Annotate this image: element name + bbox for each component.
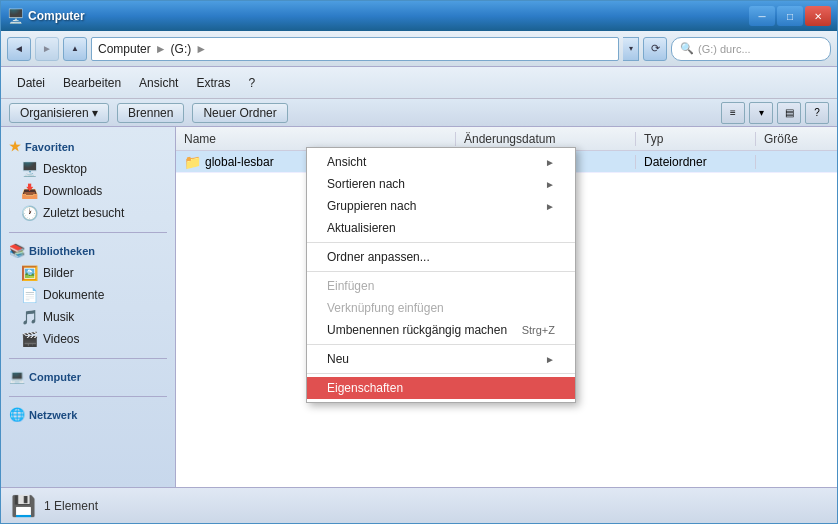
search-icon: 🔍 — [680, 42, 694, 55]
explorer-window: 🖥️ Computer ─ □ ✕ ◄ ► ▲ Computer ► (G:) … — [0, 0, 838, 524]
network-section: 🌐 Netzwerk — [1, 403, 175, 426]
refresh-button[interactable]: ⟳ — [643, 37, 667, 61]
sidebar-item-downloads[interactable]: 📥 Downloads — [1, 180, 175, 202]
ctx-gruppieren[interactable]: Gruppieren nach ► — [307, 195, 575, 217]
sidebar-item-desktop[interactable]: 🖥️ Desktop — [1, 158, 175, 180]
sidebar-item-images[interactable]: 🖼️ Bilder — [1, 262, 175, 284]
minimize-button[interactable]: ─ — [749, 6, 775, 26]
submenu-arrow: ► — [545, 179, 555, 190]
sidebar-divider-2 — [9, 358, 167, 359]
ctx-separator-3 — [307, 344, 575, 345]
ctx-ordner-anpassen[interactable]: Ordner anpassen... — [307, 246, 575, 268]
recent-icon: 🕐 — [21, 205, 38, 221]
path-computer: Computer — [98, 42, 151, 56]
ctx-verknuepfung: Verknüpfung einfügen — [307, 297, 575, 319]
sidebar: ★ Favoriten 🖥️ Desktop 📥 Downloads 🕐 Zul… — [1, 127, 176, 487]
favorites-title[interactable]: ★ Favoriten — [1, 135, 175, 158]
ctx-aktualisieren[interactable]: Aktualisieren — [307, 217, 575, 239]
submenu-arrow: ► — [545, 201, 555, 212]
library-icon: 📚 — [9, 243, 25, 258]
ctx-ansicht[interactable]: Ansicht ► — [307, 151, 575, 173]
videos-icon: 🎬 — [21, 331, 38, 347]
view-dropdown-button[interactable]: ▾ — [749, 102, 773, 124]
burn-button[interactable]: Brennen — [117, 103, 184, 123]
music-icon: 🎵 — [21, 309, 38, 325]
file-type: Dateiordner — [636, 155, 756, 169]
col-header-size[interactable]: Größe — [756, 132, 836, 146]
details-view-button[interactable]: ▤ — [777, 102, 801, 124]
menu-help[interactable]: ? — [240, 73, 263, 93]
ctx-separator-1 — [307, 242, 575, 243]
titlebar: 🖥️ Computer ─ □ ✕ — [1, 1, 837, 31]
star-icon: ★ — [9, 139, 21, 154]
computer-title[interactable]: 💻 Computer — [1, 365, 175, 388]
search-placeholder: (G:) durc... — [698, 43, 751, 55]
menu-extras[interactable]: Extras — [188, 73, 238, 93]
sidebar-item-music[interactable]: 🎵 Musik — [1, 306, 175, 328]
sidebar-divider-3 — [9, 396, 167, 397]
ctx-einfuegen: Einfügen — [307, 275, 575, 297]
network-icon: 🌐 — [9, 407, 25, 422]
computer-section: 💻 Computer — [1, 365, 175, 388]
libraries-section: 📚 Bibliotheken 🖼️ Bilder 📄 Dokumente 🎵 M… — [1, 239, 175, 350]
titlebar-left: 🖥️ Computer — [7, 8, 85, 24]
window-title: Computer — [28, 9, 85, 23]
status-text: 1 Element — [44, 499, 98, 513]
address-bar: ◄ ► ▲ Computer ► (G:) ► ▾ ⟳ 🔍 (G:) durc.… — [1, 31, 837, 67]
submenu-arrow: ► — [545, 157, 555, 168]
ctx-eigenschaften[interactable]: Eigenschaften — [307, 377, 575, 399]
menu-datei[interactable]: Datei — [9, 73, 53, 93]
menu-bearbeiten[interactable]: Bearbeiten — [55, 73, 129, 93]
new-folder-button[interactable]: Neuer Ordner — [192, 103, 287, 123]
ctx-sortieren[interactable]: Sortieren nach ► — [307, 173, 575, 195]
file-list[interactable]: Name Änderungsdatum Typ Größe 📁 global-l… — [176, 127, 837, 487]
forward-button[interactable]: ► — [35, 37, 59, 61]
sidebar-item-documents[interactable]: 📄 Dokumente — [1, 284, 175, 306]
back-button[interactable]: ◄ — [7, 37, 31, 61]
ctx-neu[interactable]: Neu ► — [307, 348, 575, 370]
maximize-button[interactable]: □ — [777, 6, 803, 26]
ctx-umbenennen[interactable]: Umbenennen rückgängig machen Strg+Z — [307, 319, 575, 341]
col-header-date[interactable]: Änderungsdatum — [456, 132, 636, 146]
help-button[interactable]: ? — [805, 102, 829, 124]
address-path[interactable]: Computer ► (G:) ► — [91, 37, 619, 61]
shortcut-label: Strg+Z — [522, 324, 555, 336]
desktop-icon: 🖥️ — [21, 161, 38, 177]
up-button[interactable]: ▲ — [63, 37, 87, 61]
titlebar-controls: ─ □ ✕ — [749, 6, 831, 26]
close-button[interactable]: ✕ — [805, 6, 831, 26]
downloads-icon: 📥 — [21, 183, 38, 199]
network-title[interactable]: 🌐 Netzwerk — [1, 403, 175, 426]
organize-button[interactable]: Organisieren ▾ — [9, 103, 109, 123]
drive-icon: 💾 — [11, 494, 36, 518]
statusbar: 💾 1 Element — [1, 487, 837, 523]
sidebar-divider-1 — [9, 232, 167, 233]
action-toolbar: Organisieren ▾ Brennen Neuer Ordner ≡ ▾ … — [1, 99, 837, 127]
ctx-separator-4 — [307, 373, 575, 374]
folder-icon: 📁 — [184, 154, 201, 170]
submenu-arrow: ► — [545, 354, 555, 365]
main-content: ★ Favoriten 🖥️ Desktop 📥 Downloads 🕐 Zul… — [1, 127, 837, 487]
window-icon: 🖥️ — [7, 8, 24, 24]
view-options-button[interactable]: ≡ — [721, 102, 745, 124]
search-box[interactable]: 🔍 (G:) durc... — [671, 37, 831, 61]
col-header-type[interactable]: Typ — [636, 132, 756, 146]
address-dropdown[interactable]: ▾ — [623, 37, 639, 61]
context-menu: Ansicht ► Sortieren nach ► Gruppieren na… — [306, 147, 576, 403]
ctx-separator-2 — [307, 271, 575, 272]
path-drive: (G:) — [171, 42, 192, 56]
favorites-section: ★ Favoriten 🖥️ Desktop 📥 Downloads 🕐 Zul… — [1, 135, 175, 224]
computer-icon: 💻 — [9, 369, 25, 384]
sidebar-item-videos[interactable]: 🎬 Videos — [1, 328, 175, 350]
menu-toolbar: Datei Bearbeiten Ansicht Extras ? — [1, 67, 837, 99]
images-icon: 🖼️ — [21, 265, 38, 281]
documents-icon: 📄 — [21, 287, 38, 303]
col-header-name[interactable]: Name — [176, 132, 456, 146]
toolbar-right: ≡ ▾ ▤ ? — [721, 102, 829, 124]
menu-ansicht[interactable]: Ansicht — [131, 73, 186, 93]
libraries-title[interactable]: 📚 Bibliotheken — [1, 239, 175, 262]
sidebar-item-recent[interactable]: 🕐 Zuletzt besucht — [1, 202, 175, 224]
